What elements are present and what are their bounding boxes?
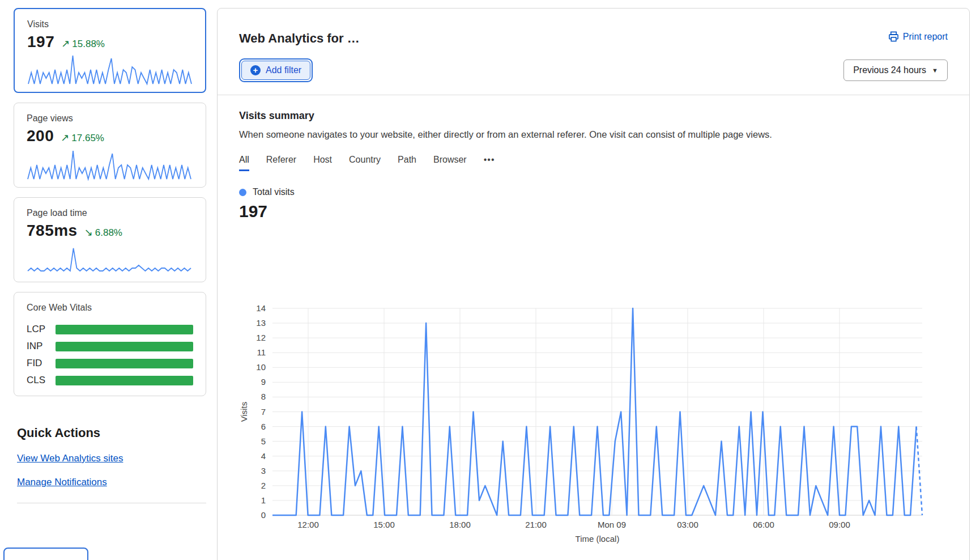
core-web-vitals-card: Core Web Vitals LCP INP FID CLS (14, 292, 206, 396)
add-filter-focus-ring: + Add filter (239, 58, 313, 82)
svg-text:18:00: 18:00 (449, 520, 471, 529)
svg-text:15:00: 15:00 (373, 520, 395, 529)
svg-text:09:00: 09:00 (829, 520, 850, 529)
cwv-row-cls: CLS (27, 372, 193, 389)
svg-text:8: 8 (261, 392, 266, 401)
quick-actions-section: Quick Actions View Web Analytics sites M… (14, 426, 206, 503)
visits-summary-description: When someone navigates to your website, … (239, 129, 948, 140)
cwv-bar-cls (56, 376, 193, 385)
cwv-label: INP (27, 341, 56, 352)
visits-trend: ↗15.88% (61, 37, 105, 50)
cwv-row-inp: INP (27, 338, 193, 355)
printer-icon (888, 31, 899, 42)
visits-line-chart: 0123456789101112131412:0015:0018:0021:00… (238, 258, 952, 550)
svg-text:12: 12 (256, 333, 266, 342)
page-views-card-title: Page views (27, 113, 193, 124)
trend-down-icon: ↘ (84, 227, 93, 238)
svg-text:Visits: Visits (239, 402, 249, 422)
legend-dot-icon (239, 189, 246, 196)
svg-text:0: 0 (261, 510, 266, 520)
web-analytics-panel: Web Analytics for … Print report + Add f… (217, 8, 970, 560)
visits-card-title: Visits (27, 19, 193, 29)
sidebar-divider (17, 503, 206, 503)
svg-text:06:00: 06:00 (753, 520, 774, 529)
tab-referer[interactable]: Referer (266, 155, 296, 171)
cwv-row-lcp: LCP (27, 321, 193, 338)
cwv-bar-lcp (56, 325, 193, 334)
page-load-time-value: 785ms (27, 222, 78, 240)
svg-text:3: 3 (261, 466, 266, 476)
visits-summary-title: Visits summary (239, 110, 948, 122)
page-views-card[interactable]: Page views 200 ↗17.65% (14, 103, 206, 188)
cutoff-action-button[interactable] (3, 548, 88, 560)
visits-sparkline (26, 53, 194, 86)
svg-text:4: 4 (261, 451, 266, 461)
cwv-label: CLS (27, 375, 56, 386)
view-web-analytics-sites-link[interactable]: View Web Analytics sites (17, 453, 123, 464)
svg-text:21:00: 21:00 (525, 520, 547, 529)
page-load-time-card-title: Page load time (27, 208, 193, 218)
svg-text:10: 10 (256, 362, 266, 372)
print-report-label: Print report (903, 32, 948, 42)
chevron-down-icon: ▼ (932, 67, 938, 74)
plus-circle-icon: + (250, 65, 261, 75)
dimension-tabs: All Referer Host Country Path Browser ••… (239, 155, 948, 171)
add-filter-button[interactable]: + Add filter (241, 61, 310, 80)
visits-chart-svg: 0123456789101112131412:0015:0018:0021:00… (238, 258, 952, 550)
svg-text:14: 14 (256, 303, 266, 313)
add-filter-label: Add filter (266, 65, 301, 75)
svg-text:7: 7 (261, 407, 266, 417)
page-load-time-sparkline (25, 243, 193, 276)
trend-up-icon: ↗ (61, 38, 70, 49)
visits-trend-pct: 15.88% (72, 39, 105, 49)
core-web-vitals-title: Core Web Vitals (27, 303, 193, 313)
tab-more-ellipsis-icon[interactable]: ••• (484, 155, 495, 171)
cwv-bar-fid (56, 359, 193, 368)
svg-text:12:00: 12:00 (297, 520, 319, 529)
svg-text:03:00: 03:00 (677, 520, 698, 529)
tab-all[interactable]: All (239, 155, 249, 171)
svg-text:Time (local): Time (local) (576, 534, 620, 544)
chart-legend: Total visits (239, 187, 948, 197)
quick-actions-title: Quick Actions (17, 426, 206, 440)
page-load-time-card[interactable]: Page load time 785ms ↘6.88% (14, 197, 206, 282)
tab-browser[interactable]: Browser (433, 155, 467, 171)
page-title: Web Analytics for … (239, 31, 360, 46)
cwv-label: FID (27, 358, 56, 369)
time-range-label: Previous 24 hours (853, 65, 926, 75)
visits-value: 197 (27, 33, 54, 51)
page-load-time-trend-pct: 6.88% (95, 227, 122, 238)
svg-text:6: 6 (261, 422, 266, 431)
tab-path[interactable]: Path (398, 155, 416, 171)
tab-country[interactable]: Country (349, 155, 381, 171)
total-visits-value: 197 (239, 202, 948, 221)
page-views-sparkline (25, 149, 193, 181)
svg-text:Mon 09: Mon 09 (598, 520, 626, 529)
manage-notifications-link[interactable]: Manage Notifications (17, 477, 107, 488)
page-views-trend: ↗17.65% (61, 131, 104, 144)
cwv-row-fid: FID (27, 355, 193, 372)
page-load-time-trend: ↘6.88% (84, 226, 122, 239)
tab-host[interactable]: Host (313, 155, 332, 171)
svg-text:2: 2 (261, 481, 266, 490)
svg-text:9: 9 (261, 377, 266, 387)
svg-text:13: 13 (256, 318, 266, 328)
print-report-link[interactable]: Print report (888, 31, 948, 42)
legend-label: Total visits (253, 187, 295, 197)
page-views-value: 200 (27, 127, 54, 145)
time-range-dropdown[interactable]: Previous 24 hours ▼ (843, 60, 948, 81)
svg-text:11: 11 (257, 347, 266, 357)
svg-text:5: 5 (261, 436, 266, 446)
metrics-sidebar: Visits 197 ↗15.88% Page views 200 ↗17.65… (14, 8, 206, 503)
trend-up-icon: ↗ (61, 132, 69, 143)
svg-text:1: 1 (261, 495, 266, 505)
cwv-bar-inp (56, 342, 193, 351)
page-views-trend-pct: 17.65% (71, 133, 104, 143)
cwv-label: LCP (27, 324, 56, 335)
visits-card[interactable]: Visits 197 ↗15.88% (14, 8, 206, 93)
